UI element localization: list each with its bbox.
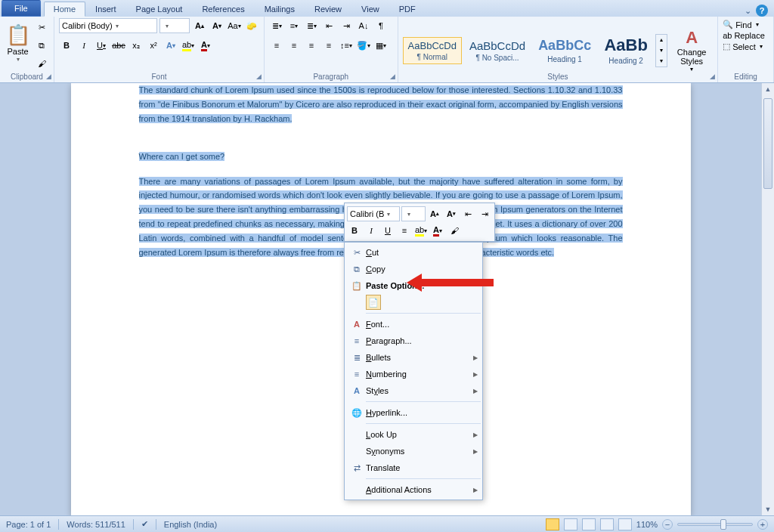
mini-underline[interactable]: U xyxy=(380,223,395,238)
mini-dec-indent[interactable]: ⇤ xyxy=(460,206,475,221)
view-draft[interactable] xyxy=(618,518,632,530)
ctx-hyperlink[interactable]: 🌐Hyperlink... xyxy=(345,404,482,421)
style-heading2[interactable]: AaBbHeading 2 xyxy=(599,32,653,68)
shading-button[interactable]: 🪣▾ xyxy=(356,38,371,53)
mini-align-center[interactable]: ≡ xyxy=(397,223,412,238)
font-launcher[interactable]: ◢ xyxy=(256,73,262,80)
align-right-button[interactable]: ≡ xyxy=(304,38,319,53)
view-outline[interactable] xyxy=(600,518,614,530)
multilevel-button[interactable]: ≣▾ xyxy=(304,18,319,33)
mini-font-size[interactable]: ▾ xyxy=(401,206,426,221)
cut-button[interactable]: ✂ xyxy=(34,20,49,35)
subscript-button[interactable]: x₂ xyxy=(128,38,144,53)
mini-inc-indent[interactable]: ⇥ xyxy=(477,206,492,221)
mini-italic[interactable]: I xyxy=(364,223,379,238)
tab-view[interactable]: View xyxy=(351,2,389,17)
style-scroll-down[interactable]: ▾ xyxy=(656,45,667,56)
font-family-dropdown[interactable]: Calibri (Body)▾ xyxy=(59,18,157,33)
shrink-font-button[interactable]: A▾ xyxy=(209,18,224,33)
decrease-indent-button[interactable]: ⇤ xyxy=(321,18,336,33)
clear-formatting-button[interactable]: 🧽 xyxy=(244,18,259,33)
align-center-button[interactable]: ≡ xyxy=(286,38,302,53)
line-spacing-button[interactable]: ↕≡▾ xyxy=(339,38,354,53)
tab-review[interactable]: Review xyxy=(305,2,351,17)
style-no-spacing[interactable]: AaBbCcDd¶ No Spaci... xyxy=(464,36,531,65)
ctx-synonyms[interactable]: Synonyms xyxy=(345,443,482,459)
tab-pdf[interactable]: PDF xyxy=(389,2,426,17)
sort-button[interactable]: A↓ xyxy=(356,18,371,33)
underline-button[interactable]: U▾ xyxy=(94,38,109,53)
ctx-lookup[interactable]: Look Up xyxy=(345,426,482,443)
status-zoom[interactable]: 110% xyxy=(636,520,658,529)
paste-button[interactable]: 📋 Paste ▾ xyxy=(5,18,31,68)
copy-button[interactable]: ⧉ xyxy=(34,38,49,53)
status-words[interactable]: Words: 511/511 xyxy=(67,520,125,529)
minimize-ribbon-icon[interactable]: ⌄ xyxy=(745,6,751,16)
format-painter-button[interactable]: 🖌 xyxy=(34,56,49,71)
ctx-translate[interactable]: ⇄Translate xyxy=(345,459,482,476)
tab-page-layout[interactable]: Page Layout xyxy=(126,2,193,17)
zoom-in-button[interactable]: + xyxy=(757,519,768,530)
scroll-up-button[interactable]: ▲ xyxy=(762,83,774,95)
clipboard-launcher[interactable]: ◢ xyxy=(46,73,51,80)
highlight-button[interactable]: ab▾ xyxy=(181,38,196,53)
style-scroll-up[interactable]: ▴ xyxy=(656,35,667,45)
scroll-thumb[interactable] xyxy=(763,98,772,189)
paragraph-launcher[interactable]: ◢ xyxy=(390,73,395,80)
ctx-paragraph[interactable]: ≡Paragraph... xyxy=(345,332,482,349)
style-heading1[interactable]: AaBbCcHeading 1 xyxy=(533,35,596,66)
justify-button[interactable]: ≡ xyxy=(321,38,336,53)
status-proofing[interactable]: ✔ xyxy=(141,519,148,529)
view-web-layout[interactable] xyxy=(582,518,596,530)
ctx-copy[interactable]: ⧉Copy xyxy=(345,261,482,277)
view-print-layout[interactable] xyxy=(546,518,559,530)
ctx-styles[interactable]: AStyles xyxy=(345,382,482,399)
borders-button[interactable]: ▦▾ xyxy=(373,38,389,53)
numbering-button[interactable]: ≡▾ xyxy=(286,18,302,33)
mini-font-family[interactable]: Calibri (B▾ xyxy=(347,206,400,221)
help-icon[interactable]: ? xyxy=(756,5,768,17)
ctx-cut[interactable]: ✂Cut xyxy=(345,244,482,261)
bullets-button[interactable]: ≣▾ xyxy=(269,18,284,33)
zoom-out-button[interactable]: − xyxy=(662,519,673,530)
ctx-font[interactable]: AFont... xyxy=(345,316,482,332)
strikethrough-button[interactable]: abc xyxy=(111,38,126,53)
tab-mailings[interactable]: Mailings xyxy=(255,2,305,17)
view-full-screen[interactable] xyxy=(564,518,577,530)
italic-button[interactable]: I xyxy=(76,38,91,53)
find-button[interactable]: 🔍Find▾ xyxy=(723,20,758,29)
styles-launcher[interactable]: ◢ xyxy=(710,73,715,80)
select-button[interactable]: ⬚Select▾ xyxy=(723,42,763,51)
ctx-numbering[interactable]: ≡Numbering xyxy=(345,366,482,382)
style-normal[interactable]: AaBbCcDd¶ Normal xyxy=(403,37,462,64)
mini-grow-font[interactable]: A▴ xyxy=(427,206,442,221)
align-left-button[interactable]: ≡ xyxy=(269,38,284,53)
scroll-down-button[interactable]: ▼ xyxy=(762,503,774,515)
grow-font-button[interactable]: A▴ xyxy=(192,18,207,33)
vertical-scrollbar[interactable]: ▲ ▼ xyxy=(761,83,774,515)
change-case-button[interactable]: Aa▾ xyxy=(227,18,242,33)
show-marks-button[interactable]: ¶ xyxy=(373,18,389,33)
change-styles-button[interactable]: A Change Styles ▾ xyxy=(670,26,713,76)
font-color-button[interactable]: A▾ xyxy=(198,38,213,53)
status-page[interactable]: Page: 1 of 1 xyxy=(6,520,51,529)
superscript-button[interactable]: x² xyxy=(146,38,161,53)
font-size-dropdown[interactable]: ▾ xyxy=(159,18,190,33)
increase-indent-button[interactable]: ⇥ xyxy=(339,18,354,33)
tab-home[interactable]: Home xyxy=(44,2,85,17)
tab-insert[interactable]: Insert xyxy=(85,2,126,17)
zoom-slider[interactable] xyxy=(677,523,753,526)
replace-button[interactable]: abReplace xyxy=(723,31,765,40)
zoom-slider-knob[interactable] xyxy=(720,519,726,530)
tab-references[interactable]: References xyxy=(192,2,254,17)
mini-highlight[interactable]: ab▾ xyxy=(413,223,429,238)
ctx-paste-keep-source[interactable]: 📄 xyxy=(345,294,482,311)
bold-button[interactable]: B xyxy=(59,38,74,53)
style-expand[interactable]: ▾ xyxy=(656,56,667,66)
tab-file[interactable]: File xyxy=(2,0,41,17)
style-gallery[interactable]: AaBbCcDd¶ Normal AaBbCcDd¶ No Spaci... A… xyxy=(403,32,668,68)
mini-format-painter[interactable]: 🖌 xyxy=(447,223,462,238)
mini-font-color[interactable]: A▾ xyxy=(430,223,445,238)
status-language[interactable]: English (India) xyxy=(164,520,217,529)
ctx-additional-actions[interactable]: Additional Actions xyxy=(345,481,482,498)
